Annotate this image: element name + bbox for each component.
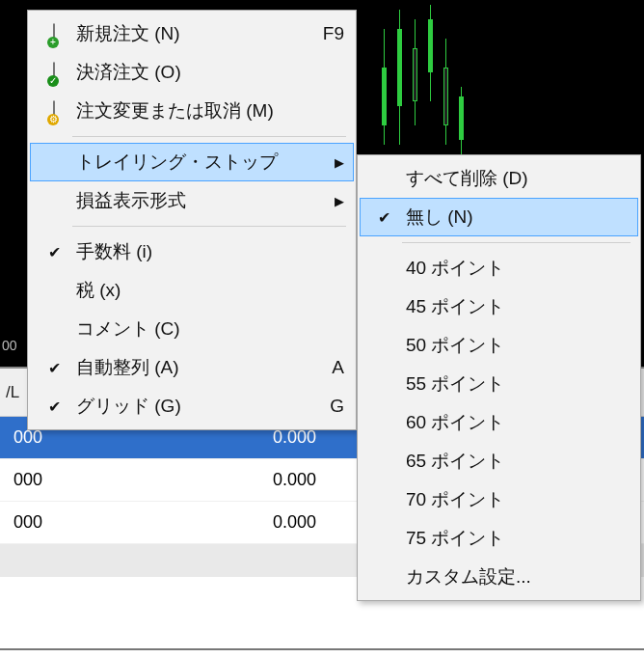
submenu-arrow-icon: ▶: [329, 194, 344, 208]
trailing-menu-item-p50[interactable]: 50 ポイント: [360, 326, 638, 365]
menu-item-label: グリッド (G): [70, 394, 320, 419]
menu-item-label: 税 (x): [70, 278, 344, 303]
trailing-menu-item-p55[interactable]: 55 ポイント: [360, 365, 638, 403]
axis-tick: 00: [2, 338, 17, 353]
menu-item-label: 手数料 (i): [70, 239, 344, 264]
trailing-menu-item-delete_all[interactable]: すべて削除 (D): [360, 159, 638, 198]
menu-separator: [72, 136, 346, 137]
menu-item-label: すべて削除 (D): [400, 166, 629, 191]
menu-item-label: 60 ポイント: [400, 410, 629, 435]
menu-item-label: 65 ポイント: [400, 449, 629, 474]
check-icon: [367, 207, 400, 228]
main-menu-item-grid[interactable]: グリッド (G)G: [30, 387, 354, 425]
main-menu-item-tax[interactable]: 税 (x): [30, 271, 354, 310]
menu-item-label: 50 ポイント: [400, 333, 629, 358]
menu-item-label: 70 ポイント: [400, 487, 629, 512]
menu-item-accelerator: G: [320, 396, 344, 417]
trailing-menu-item-p40[interactable]: 40 ポイント: [360, 249, 638, 288]
main-menu-item-comment[interactable]: コメント (C): [30, 310, 354, 348]
menu-item-label: 40 ポイント: [400, 256, 629, 281]
menu-icon-slot: +: [38, 24, 70, 44]
close-order-icon: ✓: [53, 63, 55, 83]
trailing-menu-item-p65[interactable]: 65 ポイント: [360, 442, 638, 480]
trailing-menu-item-p75[interactable]: 75 ポイント: [360, 519, 638, 558]
submenu-arrow-icon: ▶: [329, 155, 344, 170]
trailing-menu-item-none[interactable]: 無し (N): [360, 198, 638, 236]
main-menu-item-commission[interactable]: 手数料 (i): [30, 233, 354, 271]
trailing-menu-item-p45[interactable]: 45 ポイント: [360, 288, 638, 326]
context-menu-trailing-stop: すべて削除 (D)無し (N)40 ポイント45 ポイント50 ポイント55 ポ…: [357, 154, 641, 601]
trailing-menu-item-p60[interactable]: 60 ポイント: [360, 403, 638, 442]
trailing-menu-item-p70[interactable]: 70 ポイント: [360, 480, 638, 519]
menu-item-accelerator: F9: [313, 23, 344, 44]
menu-icon-slot: ⚙: [38, 101, 70, 122]
context-menu-main: +新規注文 (N)F9✓決済注文 (O)⚙注文変更または取消 (M)トレイリング…: [27, 10, 357, 430]
main-menu-item-auto_arrange[interactable]: 自動整列 (A)A: [30, 348, 354, 387]
main-menu-item-new_order[interactable]: +新規注文 (N)F9: [30, 14, 354, 53]
new-order-icon: +: [53, 24, 55, 44]
menu-item-label: コメント (C): [70, 316, 344, 342]
modify-order-icon: ⚙: [53, 101, 55, 122]
menu-separator: [402, 242, 631, 243]
check-icon: [38, 358, 70, 378]
menu-item-label: 自動整列 (A): [70, 355, 322, 380]
menu-item-label: カスタム設定...: [400, 564, 629, 589]
bottom-rule: [0, 648, 644, 650]
menu-separator: [72, 226, 346, 227]
menu-item-label: 決済注文 (O): [70, 60, 344, 85]
menu-item-label: 75 ポイント: [400, 526, 629, 551]
cell-value: 000: [0, 427, 48, 448]
main-menu-item-pnl_format[interactable]: 損益表示形式▶: [30, 181, 354, 220]
check-icon: [38, 397, 70, 417]
menu-item-label: トレイリング・ストップ: [70, 150, 329, 175]
check-icon: [38, 242, 70, 262]
menu-item-accelerator: A: [322, 357, 344, 378]
cell-value: 000: [0, 512, 48, 533]
trailing-menu-item-custom[interactable]: カスタム設定...: [360, 558, 638, 596]
menu-item-label: 55 ポイント: [400, 371, 629, 397]
menu-icon-slot: ✓: [38, 63, 70, 83]
menu-item-label: 損益表示形式: [70, 188, 329, 213]
menu-item-label: 無し (N): [400, 205, 629, 230]
main-menu-item-trailing_stop[interactable]: トレイリング・ストップ▶: [30, 143, 354, 181]
menu-item-label: 注文変更または取消 (M): [70, 98, 344, 123]
menu-item-label: 45 ポイント: [400, 294, 629, 319]
menu-item-label: 新規注文 (N): [70, 21, 313, 46]
main-menu-item-modify_cancel[interactable]: ⚙注文変更または取消 (M): [30, 92, 354, 130]
main-menu-item-close_order[interactable]: ✓決済注文 (O): [30, 53, 354, 92]
cell-value: 000: [0, 470, 48, 490]
